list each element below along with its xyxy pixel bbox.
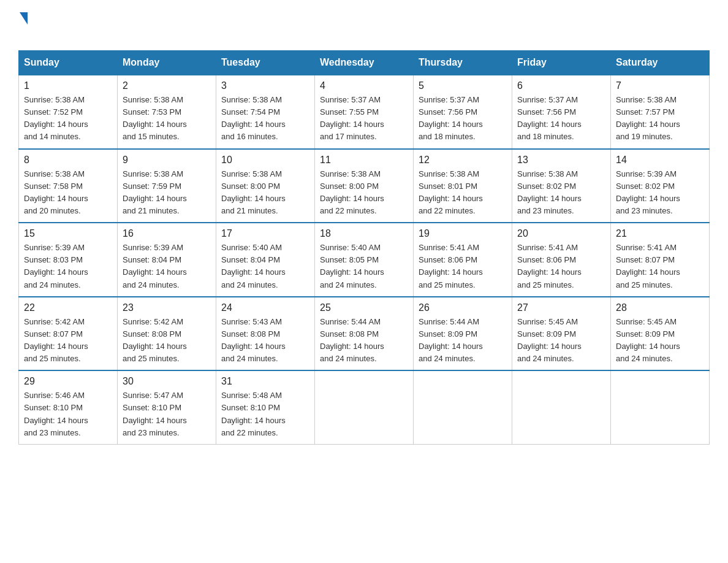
day-number: 28 xyxy=(616,302,704,313)
logo-triangle-icon xyxy=(20,12,28,25)
calendar-week-row: 8Sunrise: 5:38 AMSunset: 7:58 PMDaylight… xyxy=(19,149,710,223)
col-header-saturday: Saturday xyxy=(611,51,710,75)
calendar-cell: 22Sunrise: 5:42 AMSunset: 8:07 PMDayligh… xyxy=(19,297,118,371)
calendar-cell: 30Sunrise: 5:47 AMSunset: 8:10 PMDayligh… xyxy=(118,370,216,444)
logo xyxy=(18,12,28,44)
day-number: 26 xyxy=(419,302,507,313)
day-number: 10 xyxy=(221,155,309,166)
calendar-header-row: SundayMondayTuesdayWednesdayThursdayFrid… xyxy=(19,51,710,75)
calendar-cell: 12Sunrise: 5:38 AMSunset: 8:01 PMDayligh… xyxy=(414,149,512,223)
page-header xyxy=(18,12,710,44)
calendar-cell: 19Sunrise: 5:41 AMSunset: 8:06 PMDayligh… xyxy=(414,223,512,297)
day-detail: Sunrise: 5:38 AMSunset: 8:01 PMDaylight:… xyxy=(419,168,507,218)
calendar-cell: 1Sunrise: 5:38 AMSunset: 7:52 PMDaylight… xyxy=(19,75,118,149)
calendar-table: SundayMondayTuesdayWednesdayThursdayFrid… xyxy=(18,50,710,445)
day-detail: Sunrise: 5:44 AMSunset: 8:08 PMDaylight:… xyxy=(320,316,408,366)
col-header-wednesday: Wednesday xyxy=(315,51,414,75)
calendar-cell: 23Sunrise: 5:42 AMSunset: 8:08 PMDayligh… xyxy=(118,297,216,371)
calendar-cell: 7Sunrise: 5:38 AMSunset: 7:57 PMDaylight… xyxy=(611,75,710,149)
day-detail: Sunrise: 5:37 AMSunset: 7:56 PMDaylight:… xyxy=(517,94,605,144)
calendar-cell: 24Sunrise: 5:43 AMSunset: 8:08 PMDayligh… xyxy=(216,297,315,371)
calendar-week-row: 15Sunrise: 5:39 AMSunset: 8:03 PMDayligh… xyxy=(19,223,710,297)
day-number: 31 xyxy=(221,376,309,387)
calendar-week-row: 29Sunrise: 5:46 AMSunset: 8:10 PMDayligh… xyxy=(19,370,710,444)
day-detail: Sunrise: 5:39 AMSunset: 8:03 PMDaylight:… xyxy=(24,242,112,291)
day-detail: Sunrise: 5:46 AMSunset: 8:10 PMDaylight:… xyxy=(24,389,112,439)
day-detail: Sunrise: 5:37 AMSunset: 7:56 PMDaylight:… xyxy=(419,94,507,144)
day-detail: Sunrise: 5:38 AMSunset: 8:00 PMDaylight:… xyxy=(221,168,309,218)
day-detail: Sunrise: 5:44 AMSunset: 8:09 PMDaylight:… xyxy=(419,316,507,366)
col-header-tuesday: Tuesday xyxy=(216,51,315,75)
day-number: 3 xyxy=(221,80,309,91)
calendar-cell: 20Sunrise: 5:41 AMSunset: 8:06 PMDayligh… xyxy=(512,223,611,297)
day-detail: Sunrise: 5:39 AMSunset: 8:04 PMDaylight:… xyxy=(123,242,211,291)
day-number: 14 xyxy=(616,155,704,166)
day-detail: Sunrise: 5:37 AMSunset: 7:55 PMDaylight:… xyxy=(320,94,408,144)
calendar-cell xyxy=(611,370,710,444)
day-number: 29 xyxy=(24,376,112,387)
calendar-cell: 29Sunrise: 5:46 AMSunset: 8:10 PMDayligh… xyxy=(19,370,118,444)
day-detail: Sunrise: 5:45 AMSunset: 8:09 PMDaylight:… xyxy=(616,316,704,366)
day-detail: Sunrise: 5:39 AMSunset: 8:02 PMDaylight:… xyxy=(616,168,704,218)
day-detail: Sunrise: 5:38 AMSunset: 8:00 PMDaylight:… xyxy=(320,168,408,218)
day-detail: Sunrise: 5:42 AMSunset: 8:07 PMDaylight:… xyxy=(24,316,112,366)
day-number: 8 xyxy=(24,155,112,166)
day-detail: Sunrise: 5:38 AMSunset: 7:58 PMDaylight:… xyxy=(24,168,112,218)
calendar-cell: 25Sunrise: 5:44 AMSunset: 8:08 PMDayligh… xyxy=(315,297,414,371)
day-number: 27 xyxy=(517,302,605,313)
calendar-cell: 11Sunrise: 5:38 AMSunset: 8:00 PMDayligh… xyxy=(315,149,414,223)
calendar-cell: 21Sunrise: 5:41 AMSunset: 8:07 PMDayligh… xyxy=(611,223,710,297)
calendar-cell: 9Sunrise: 5:38 AMSunset: 7:59 PMDaylight… xyxy=(118,149,216,223)
day-detail: Sunrise: 5:41 AMSunset: 8:06 PMDaylight:… xyxy=(517,242,605,291)
calendar-cell: 16Sunrise: 5:39 AMSunset: 8:04 PMDayligh… xyxy=(118,223,216,297)
calendar-cell: 8Sunrise: 5:38 AMSunset: 7:58 PMDaylight… xyxy=(19,149,118,223)
day-number: 30 xyxy=(123,376,211,387)
calendar-cell: 10Sunrise: 5:38 AMSunset: 8:00 PMDayligh… xyxy=(216,149,315,223)
calendar-cell xyxy=(315,370,414,444)
day-number: 21 xyxy=(616,228,704,239)
col-header-monday: Monday xyxy=(118,51,216,75)
day-number: 2 xyxy=(123,80,211,91)
calendar-cell: 6Sunrise: 5:37 AMSunset: 7:56 PMDaylight… xyxy=(512,75,611,149)
day-detail: Sunrise: 5:38 AMSunset: 7:54 PMDaylight:… xyxy=(221,94,309,144)
col-header-sunday: Sunday xyxy=(19,51,118,75)
day-number: 7 xyxy=(616,80,704,91)
calendar-cell: 5Sunrise: 5:37 AMSunset: 7:56 PMDaylight… xyxy=(414,75,512,149)
calendar-cell: 13Sunrise: 5:38 AMSunset: 8:02 PMDayligh… xyxy=(512,149,611,223)
day-detail: Sunrise: 5:38 AMSunset: 7:59 PMDaylight:… xyxy=(123,168,211,218)
day-detail: Sunrise: 5:45 AMSunset: 8:09 PMDaylight:… xyxy=(517,316,605,366)
calendar-cell: 31Sunrise: 5:48 AMSunset: 8:10 PMDayligh… xyxy=(216,370,315,444)
calendar-cell: 3Sunrise: 5:38 AMSunset: 7:54 PMDaylight… xyxy=(216,75,315,149)
calendar-cell: 17Sunrise: 5:40 AMSunset: 8:04 PMDayligh… xyxy=(216,223,315,297)
day-detail: Sunrise: 5:43 AMSunset: 8:08 PMDaylight:… xyxy=(221,316,309,366)
calendar-cell: 2Sunrise: 5:38 AMSunset: 7:53 PMDaylight… xyxy=(118,75,216,149)
calendar-cell: 14Sunrise: 5:39 AMSunset: 8:02 PMDayligh… xyxy=(611,149,710,223)
calendar-cell: 15Sunrise: 5:39 AMSunset: 8:03 PMDayligh… xyxy=(19,223,118,297)
day-number: 5 xyxy=(419,80,507,91)
calendar-cell: 4Sunrise: 5:37 AMSunset: 7:55 PMDaylight… xyxy=(315,75,414,149)
day-number: 6 xyxy=(517,80,605,91)
calendar-cell xyxy=(414,370,512,444)
day-detail: Sunrise: 5:40 AMSunset: 8:05 PMDaylight:… xyxy=(320,242,408,291)
calendar-cell xyxy=(512,370,611,444)
calendar-cell: 18Sunrise: 5:40 AMSunset: 8:05 PMDayligh… xyxy=(315,223,414,297)
day-number: 22 xyxy=(24,302,112,313)
day-detail: Sunrise: 5:38 AMSunset: 7:52 PMDaylight:… xyxy=(24,94,112,144)
day-detail: Sunrise: 5:40 AMSunset: 8:04 PMDaylight:… xyxy=(221,242,309,291)
day-number: 15 xyxy=(24,228,112,239)
day-number: 12 xyxy=(419,155,507,166)
day-number: 24 xyxy=(221,302,309,313)
calendar-cell: 26Sunrise: 5:44 AMSunset: 8:09 PMDayligh… xyxy=(414,297,512,371)
calendar-cell: 28Sunrise: 5:45 AMSunset: 8:09 PMDayligh… xyxy=(611,297,710,371)
day-detail: Sunrise: 5:41 AMSunset: 8:06 PMDaylight:… xyxy=(419,242,507,291)
day-number: 23 xyxy=(123,302,211,313)
col-header-friday: Friday xyxy=(512,51,611,75)
calendar-week-row: 22Sunrise: 5:42 AMSunset: 8:07 PMDayligh… xyxy=(19,297,710,371)
day-detail: Sunrise: 5:48 AMSunset: 8:10 PMDaylight:… xyxy=(221,389,309,439)
calendar-cell: 27Sunrise: 5:45 AMSunset: 8:09 PMDayligh… xyxy=(512,297,611,371)
calendar-week-row: 1Sunrise: 5:38 AMSunset: 7:52 PMDaylight… xyxy=(19,75,710,149)
day-detail: Sunrise: 5:38 AMSunset: 8:02 PMDaylight:… xyxy=(517,168,605,218)
day-detail: Sunrise: 5:41 AMSunset: 8:07 PMDaylight:… xyxy=(616,242,704,291)
day-number: 13 xyxy=(517,155,605,166)
day-detail: Sunrise: 5:38 AMSunset: 7:57 PMDaylight:… xyxy=(616,94,704,144)
